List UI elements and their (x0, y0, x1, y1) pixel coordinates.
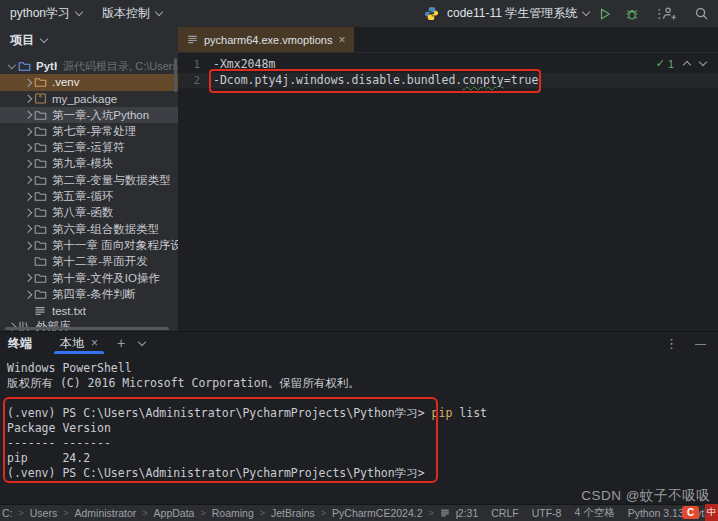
code-text: =true (504, 73, 539, 87)
terminal-line: pip 24.2 (7, 451, 718, 466)
tree-item[interactable]: 第十一章 面向对象程序设计 (0, 237, 178, 253)
folder-root-icon (18, 60, 32, 73)
hide-panel-button[interactable]: — (695, 337, 706, 349)
debug-button[interactable] (621, 3, 643, 25)
tree-item-label: 第八章-函数 (52, 205, 113, 220)
folder-icon (34, 272, 48, 285)
chevron-right-icon[interactable] (22, 292, 33, 298)
tree-item[interactable]: 第十章-文件及IO操作 (0, 270, 178, 286)
watermark-text: CSDN @蚊子不吸吸 (581, 487, 710, 505)
chevron-right-icon[interactable] (22, 243, 33, 249)
folder-icon (34, 157, 48, 170)
toolbar-right (658, 0, 712, 27)
tree-item[interactable]: 第七章-异常处理 (0, 123, 178, 139)
editor-line-text[interactable]: -Dcom.pty4j.windows.disable.bundled.conp… (213, 73, 538, 89)
run-config-selector[interactable]: code11-11 学生管理系统 (447, 5, 589, 22)
terminal-output[interactable]: Windows PowerShell版权所有 (C) 2016 Microsof… (0, 354, 718, 506)
chevron-right-icon[interactable] (22, 275, 33, 281)
status-widget[interactable]: UTF-8 (532, 507, 562, 519)
tree-item[interactable]: 第九章-模块 (0, 156, 178, 172)
tree-item-label: 第二章-变量与数据类型 (52, 173, 171, 188)
editor-body[interactable]: ✓ 1 1-Xmx2048m2-Dcom.pty4j.windows.disab… (178, 53, 718, 331)
editor-line-text[interactable]: -Xmx2048m (213, 57, 275, 73)
chevron-right-icon[interactable] (22, 177, 33, 183)
tree-item[interactable]: .venv (0, 74, 178, 90)
breadcrumb-item[interactable]: JetBrains (271, 507, 315, 519)
close-icon[interactable]: × (91, 337, 98, 349)
breadcrumb-separator-icon: > (63, 508, 68, 518)
breadcrumb-separator-icon: > (260, 508, 265, 518)
tree-item-label: 第四章-条件判断 (52, 287, 136, 302)
chevron-right-icon[interactable] (22, 226, 33, 232)
breadcrumb-separator-icon: > (429, 508, 434, 518)
chevron-right-icon[interactable] (22, 210, 33, 216)
terminal-panel-title: 终端 (8, 335, 32, 352)
tree-item-label: 第五章-循环 (52, 189, 113, 204)
run-widget-group: code11-11 学生管理系统 ⋮ (420, 0, 670, 27)
chevron-down-icon[interactable] (6, 65, 17, 68)
tree-item[interactable]: 第一章-入坑Python (0, 107, 178, 123)
editor-tab[interactable]: pycharm64.exe.vmoptions × (178, 27, 354, 52)
breadcrumb-item[interactable]: Administrator (74, 507, 136, 519)
terminal-text: (.venv) PS C:\Users\Administrator\Pychar… (7, 466, 425, 480)
chevron-right-icon[interactable] (22, 96, 33, 102)
editor-line: 1-Xmx2048m (178, 57, 718, 73)
chevron-right-icon[interactable] (22, 112, 33, 118)
tree-item-label: .venv (52, 76, 80, 88)
project-widget[interactable]: python学习 (10, 5, 82, 22)
tree-vertical-scrollbar[interactable] (174, 58, 177, 92)
status-widget[interactable]: 4 个空格 (574, 506, 614, 520)
code-with-me-button[interactable] (658, 3, 680, 25)
status-widget[interactable]: 2:31 (458, 507, 478, 519)
project-panel-title: 项目 (10, 32, 34, 49)
breadcrumb-item[interactable]: PyCharmCE2024.2 (332, 507, 422, 519)
tree-item[interactable]: 第四章-条件判断 (0, 286, 178, 302)
tree-item-label: 第六章-组合数据类型 (52, 222, 159, 237)
terminal-command-text: pip (432, 406, 453, 420)
close-icon[interactable]: × (338, 34, 345, 46)
terminal-line: (.venv) PS C:\Users\Administrator\Pychar… (7, 406, 718, 421)
breadcrumb-separator-icon: > (142, 508, 147, 518)
tree-item[interactable]: 第八章-函数 (0, 205, 178, 221)
terminal-tab-local[interactable]: 本地 × (56, 332, 102, 354)
run-button[interactable] (594, 3, 616, 25)
breadcrumb-separator-icon: > (200, 508, 205, 518)
breadcrumb-item[interactable]: Roaming (212, 507, 254, 519)
breadcrumb-item[interactable]: Users (30, 507, 57, 519)
tree-item-label: 第七章-异常处理 (52, 124, 136, 139)
chevron-down-icon (40, 35, 48, 43)
tree-item[interactable]: test.txt (0, 302, 178, 318)
tree-item[interactable]: 第六章-组合数据类型 (0, 221, 178, 237)
project-panel-header[interactable]: 项目 (0, 27, 178, 54)
breadcrumb-item[interactable]: C: (2, 507, 13, 519)
chevron-right-icon[interactable] (22, 129, 33, 135)
tree-item[interactable]: 第十二章-界面开发 (0, 254, 178, 270)
tree-item[interactable]: 第五章-循环 (0, 188, 178, 204)
folder-icon (34, 109, 48, 122)
breadcrumb-item[interactable]: AppData (154, 507, 195, 519)
new-terminal-button[interactable]: + (117, 335, 125, 351)
search-everywhere-button[interactable] (690, 3, 712, 25)
tree-item[interactable]: my_package (0, 91, 178, 107)
chevron-right-icon[interactable] (22, 161, 33, 167)
status-widgets: 2:31CRLFUTF-84 个空格Python 3.13 (pyth (458, 506, 710, 520)
terminal-line: (.venv) PS C:\Users\Administrator\Pychar… (7, 466, 718, 481)
tree-item[interactable]: 第三章-运算符 (0, 139, 178, 155)
folder-venv-icon (34, 76, 48, 89)
folder-icon (34, 239, 48, 252)
status-widget[interactable]: CRLF (491, 507, 518, 519)
tree-item[interactable]: Python学习源代码根目录, C:\Users (0, 58, 178, 74)
file-icon (440, 508, 450, 518)
tree-item-label: 第三章-运算符 (52, 140, 125, 155)
breadcrumb-separator-icon: > (321, 508, 326, 518)
terminal-options-button[interactable]: ⋮ (665, 337, 678, 350)
python-logo-icon (420, 3, 442, 25)
terminal-dropdown-button[interactable] (139, 342, 145, 345)
tree-horizontal-scrollbar[interactable] (5, 327, 169, 330)
vcs-widget[interactable]: 版本控制 (102, 5, 162, 22)
chevron-right-icon[interactable] (22, 80, 33, 86)
tree-item[interactable]: 第二章-变量与数据类型 (0, 172, 178, 188)
chevron-right-icon[interactable] (22, 194, 33, 200)
chevron-right-icon[interactable] (22, 145, 33, 151)
project-tool-window: 项目 Python学习源代码根目录, C:\Users.venvmy_packa… (0, 27, 179, 331)
